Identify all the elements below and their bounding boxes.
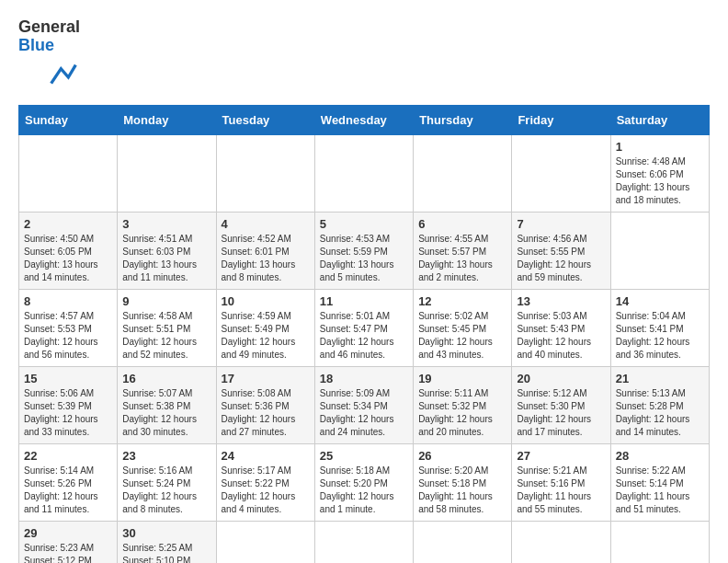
cell-info: Sunrise: 5:01 AMSunset: 5:47 PMDaylight:… [320,310,408,362]
logo-general: General [18,17,80,36]
calendar-week-5: 22Sunrise: 5:14 AMSunset: 5:26 PMDayligh… [19,443,710,521]
day-number: 16 [122,372,210,385]
calendar-cell-day-15: 15Sunrise: 5:06 AMSunset: 5:39 PMDayligh… [19,366,118,443]
cell-info: Sunrise: 5:11 AMSunset: 5:32 PMDaylight:… [418,387,506,439]
cell-info: Sunrise: 5:20 AMSunset: 5:18 PMDaylight:… [418,465,506,516]
day-number: 17 [222,372,310,385]
cell-info: Sunrise: 4:51 AMSunset: 6:03 PMDaylight:… [122,233,210,284]
calendar-cell-day-22: 22Sunrise: 5:14 AMSunset: 5:26 PMDayligh… [19,443,118,521]
day-number: 3 [122,217,210,231]
day-number: 27 [517,449,605,463]
logo-blue: Blue [18,36,54,54]
cell-info: Sunrise: 5:14 AMSunset: 5:26 PMDaylight:… [24,465,112,516]
calendar-cell-day-20: 20Sunrise: 5:12 AMSunset: 5:30 PMDayligh… [512,366,610,443]
calendar-cell-empty [216,134,314,212]
calendar-cell-empty [118,134,216,212]
day-number: 15 [24,372,112,385]
calendar-cell-empty [414,521,512,563]
cell-info: Sunrise: 5:25 AMSunset: 5:10 PMDaylight:… [122,542,210,563]
calendar-cell-day-25: 25Sunrise: 5:18 AMSunset: 5:20 PMDayligh… [314,443,413,521]
cell-info: Sunrise: 5:03 AMSunset: 5:43 PMDaylight:… [517,310,605,362]
calendar-week-4: 15Sunrise: 5:06 AMSunset: 5:39 PMDayligh… [19,366,710,443]
calendar-cell-day-12: 12Sunrise: 5:02 AMSunset: 5:45 PMDayligh… [414,289,512,366]
logo: General Blue [18,18,105,96]
calendar-cell-day-27: 27Sunrise: 5:21 AMSunset: 5:16 PMDayligh… [512,443,610,521]
cell-info: Sunrise: 5:17 AMSunset: 5:22 PMDaylight:… [222,465,310,516]
calendar-week-6: 29Sunrise: 5:23 AMSunset: 5:12 PMDayligh… [19,521,710,563]
calendar-cell-day-6: 6Sunrise: 4:55 AMSunset: 5:57 PMDaylight… [414,212,512,289]
calendar-table: SundayMondayTuesdayWednesdayThursdayFrid… [18,105,710,563]
column-header-monday: Monday [118,105,216,134]
calendar-cell-day-23: 23Sunrise: 5:16 AMSunset: 5:24 PMDayligh… [118,443,216,521]
day-number: 20 [517,372,605,385]
cell-info: Sunrise: 5:08 AMSunset: 5:36 PMDaylight:… [222,387,310,439]
day-number: 19 [418,372,506,385]
column-header-wednesday: Wednesday [314,105,413,134]
day-number: 6 [418,217,506,231]
calendar-cell-empty [19,134,118,212]
cell-info: Sunrise: 5:12 AMSunset: 5:30 PMDaylight:… [517,387,605,439]
column-header-friday: Friday [512,105,610,134]
calendar-week-2: 2Sunrise: 4:50 AMSunset: 6:05 PMDaylight… [19,212,710,289]
calendar-cell-empty [610,521,709,563]
day-number: 13 [517,294,605,308]
calendar-cell-day-24: 24Sunrise: 5:17 AMSunset: 5:22 PMDayligh… [216,443,314,521]
day-number: 11 [320,294,408,308]
calendar-cell-day-14: 14Sunrise: 5:04 AMSunset: 5:41 PMDayligh… [610,289,709,366]
calendar-cell-day-2: 2Sunrise: 4:50 AMSunset: 6:05 PMDaylight… [19,212,118,289]
day-number: 26 [418,449,506,463]
day-number: 28 [616,449,704,463]
cell-info: Sunrise: 5:18 AMSunset: 5:20 PMDaylight:… [320,465,408,516]
calendar-cell-day-21: 21Sunrise: 5:13 AMSunset: 5:28 PMDayligh… [610,366,709,443]
calendar-cell-day-13: 13Sunrise: 5:03 AMSunset: 5:43 PMDayligh… [512,289,610,366]
calendar-cell-day-8: 8Sunrise: 4:57 AMSunset: 5:53 PMDaylight… [19,289,118,366]
logo-wave-icon [22,59,105,96]
calendar-week-3: 8Sunrise: 4:57 AMSunset: 5:53 PMDaylight… [19,289,710,366]
day-number: 1 [616,140,704,154]
cell-info: Sunrise: 5:22 AMSunset: 5:14 PMDaylight:… [616,465,704,516]
column-header-sunday: Sunday [19,105,118,134]
cell-info: Sunrise: 4:48 AMSunset: 6:06 PMDaylight:… [616,155,704,207]
cell-info: Sunrise: 5:13 AMSunset: 5:28 PMDaylight:… [616,387,704,439]
calendar-cell-empty [314,134,413,212]
cell-info: Sunrise: 5:09 AMSunset: 5:34 PMDaylight:… [320,387,408,439]
cell-info: Sunrise: 5:07 AMSunset: 5:38 PMDaylight:… [122,387,210,439]
cell-info: Sunrise: 5:21 AMSunset: 5:16 PMDaylight:… [517,465,605,516]
cell-info: Sunrise: 5:02 AMSunset: 5:45 PMDaylight:… [418,310,506,362]
day-number: 25 [320,449,408,463]
day-number: 4 [222,217,310,231]
calendar-header-row: SundayMondayTuesdayWednesdayThursdayFrid… [19,105,710,134]
calendar-cell-day-18: 18Sunrise: 5:09 AMSunset: 5:34 PMDayligh… [314,366,413,443]
cell-info: Sunrise: 4:57 AMSunset: 5:53 PMDaylight:… [24,310,112,362]
day-number: 30 [122,526,210,540]
cell-info: Sunrise: 4:55 AMSunset: 5:57 PMDaylight:… [418,233,506,284]
calendar-cell-day-10: 10Sunrise: 4:59 AMSunset: 5:49 PMDayligh… [216,289,314,366]
calendar-cell-empty [512,521,610,563]
cell-info: Sunrise: 4:58 AMSunset: 5:51 PMDaylight:… [122,310,210,362]
cell-info: Sunrise: 5:04 AMSunset: 5:41 PMDaylight:… [616,310,704,362]
day-number: 10 [222,294,310,308]
calendar-cell-empty [314,521,413,563]
cell-info: Sunrise: 5:23 AMSunset: 5:12 PMDaylight:… [24,542,112,563]
calendar-cell-day-28: 28Sunrise: 5:22 AMSunset: 5:14 PMDayligh… [610,443,709,521]
cell-info: Sunrise: 5:16 AMSunset: 5:24 PMDaylight:… [122,465,210,516]
day-number: 29 [24,526,112,540]
calendar-cell-empty [216,521,314,563]
day-number: 24 [222,449,310,463]
cell-info: Sunrise: 4:59 AMSunset: 5:49 PMDaylight:… [222,310,310,362]
page-header: General Blue [18,18,710,96]
calendar-cell-day-19: 19Sunrise: 5:11 AMSunset: 5:32 PMDayligh… [414,366,512,443]
cell-info: Sunrise: 4:53 AMSunset: 5:59 PMDaylight:… [320,233,408,284]
calendar-cell-day-16: 16Sunrise: 5:07 AMSunset: 5:38 PMDayligh… [118,366,216,443]
day-number: 7 [517,217,605,231]
day-number: 23 [122,449,210,463]
cell-info: Sunrise: 4:50 AMSunset: 6:05 PMDaylight:… [24,233,112,284]
column-header-thursday: Thursday [414,105,512,134]
calendar-cell-day-17: 17Sunrise: 5:08 AMSunset: 5:36 PMDayligh… [216,366,314,443]
cell-info: Sunrise: 5:06 AMSunset: 5:39 PMDaylight:… [24,387,112,439]
day-number: 9 [122,294,210,308]
day-number: 21 [616,372,704,385]
calendar-cell-empty [512,134,610,212]
calendar-cell-day-11: 11Sunrise: 5:01 AMSunset: 5:47 PMDayligh… [314,289,413,366]
day-number: 2 [24,217,112,231]
